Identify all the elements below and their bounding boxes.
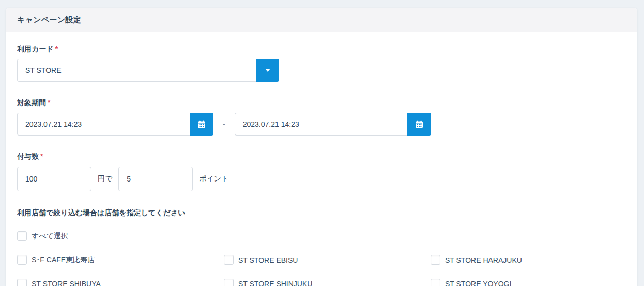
store-checkbox-row[interactable]: ST STORE EBISU — [224, 255, 431, 265]
select-all-checkbox-row[interactable]: すべて選択 — [17, 231, 68, 241]
campaign-settings-card: キャンペーン設定 利用カード* ST STORE 対象期間* — [6, 8, 637, 286]
required-asterisk: * — [40, 152, 43, 160]
period-field-label: 対象期間* — [17, 98, 626, 108]
card-field-label-text: 利用カード — [17, 44, 54, 53]
page-title: キャンペーン設定 — [17, 15, 81, 25]
period-end-input[interactable] — [235, 113, 407, 136]
store-grid: S･F CAFE恵比寿店 ST STORE EBISU ST STORE HAR… — [17, 255, 626, 286]
period-end-group — [235, 113, 431, 136]
period-field-group: 対象期間* — [17, 98, 626, 136]
select-all-checkbox[interactable] — [17, 231, 27, 241]
store-checkbox[interactable] — [224, 279, 234, 286]
store-label: ST STORE YOYOGI — [445, 280, 511, 286]
store-label: ST STORE HARAJUKU — [445, 256, 522, 264]
stores-heading: 利用店舗で絞り込む場合は店舗を指定してください — [17, 208, 626, 218]
select-all-label: すべて選択 — [32, 232, 68, 241]
store-checkbox[interactable] — [431, 255, 440, 265]
store-checkbox-row[interactable]: ST STORE HARAJUKU — [431, 255, 637, 265]
card-select[interactable]: ST STORE — [17, 59, 279, 82]
store-checkbox[interactable] — [17, 279, 27, 286]
points-field-group: 付与数* 円で ポイント — [17, 152, 626, 191]
store-checkbox[interactable] — [224, 255, 234, 265]
store-checkbox[interactable] — [431, 279, 440, 286]
stores-section: 利用店舗で絞り込む場合は店舗を指定してください すべて選択 S･F CAFE恵比… — [17, 208, 626, 286]
period-start-group — [17, 113, 213, 136]
store-label: S･F CAFE恵比寿店 — [32, 255, 95, 265]
period-separator: - — [223, 120, 225, 128]
required-asterisk: * — [48, 98, 50, 107]
period-end-calendar-button[interactable] — [407, 113, 431, 136]
points-field-label: 付与数* — [17, 152, 626, 161]
card-select-dropdown-button[interactable] — [256, 59, 279, 82]
store-checkbox-row[interactable]: ST STORE YOYOGI — [431, 279, 637, 286]
points-field-label-text: 付与数 — [17, 152, 39, 160]
card-header: キャンペーン設定 — [6, 8, 637, 32]
points-input[interactable] — [118, 167, 193, 191]
calendar-icon — [197, 120, 206, 128]
card-select-value[interactable]: ST STORE — [17, 59, 256, 82]
caret-down-icon — [265, 69, 270, 72]
store-checkbox[interactable] — [17, 255, 27, 265]
store-checkbox-row[interactable]: ST STORE SHIBUYA — [17, 279, 224, 286]
card-field-label: 利用カード* — [17, 44, 626, 54]
period-start-input[interactable] — [17, 113, 190, 136]
store-label: ST STORE SHINJUKU — [238, 280, 312, 286]
period-row: - — [17, 113, 626, 136]
store-label: ST STORE SHIBUYA — [32, 280, 101, 286]
calendar-icon — [415, 120, 423, 128]
period-start-calendar-button[interactable] — [190, 113, 213, 136]
points-row: 円で ポイント — [17, 167, 626, 191]
card-body: 利用カード* ST STORE 対象期間* — [6, 32, 637, 286]
store-label: ST STORE EBISU — [238, 256, 298, 264]
period-field-label-text: 対象期間 — [17, 98, 46, 107]
store-checkbox-row[interactable]: S･F CAFE恵比寿店 — [17, 255, 224, 265]
card-field-group: 利用カード* ST STORE — [17, 44, 626, 82]
points-unit-label: ポイント — [199, 174, 228, 184]
store-checkbox-row[interactable]: ST STORE SHINJUKU — [224, 279, 431, 286]
amount-unit-label: 円で — [98, 174, 112, 184]
required-asterisk: * — [55, 44, 58, 53]
amount-input[interactable] — [17, 167, 91, 191]
